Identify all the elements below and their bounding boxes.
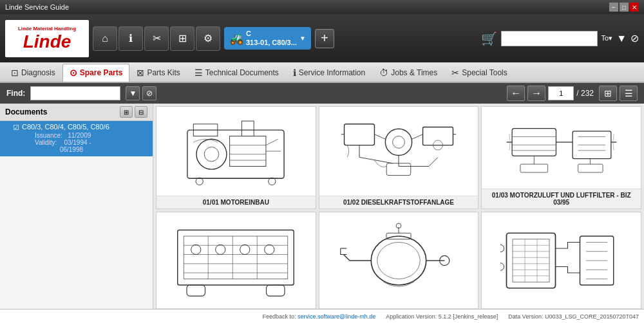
svg-point-10 (196, 178, 203, 185)
service-info-icon: ℹ (293, 68, 296, 78)
sidebar-item-name: C80/3, C80/4, C80/5, C80/6 (22, 123, 109, 131)
logo-top-text: Linde Material Handling (18, 26, 76, 32)
model-dropdown-icon: ▼ (299, 35, 306, 42)
svg-point-43 (216, 245, 225, 254)
page-total: / 232 (576, 89, 594, 98)
svg-rect-8 (242, 121, 254, 136)
find-clear-button[interactable]: ⊘ (142, 86, 156, 100)
home-button[interactable]: ⌂ (93, 26, 117, 51)
tab-parts-kits[interactable]: ⊠ Parts Kits (129, 64, 187, 82)
grid-item-0101[interactable]: 01/01 MOTOREINBAU (156, 106, 316, 209)
grid-item-image-0103 (482, 107, 641, 189)
svg-rect-17 (423, 127, 453, 145)
tab-jobs-times[interactable]: ⏱ Jobs & Times (372, 64, 444, 82)
tab-special-tools-label: Special Tools (462, 68, 507, 77)
app-header: Linde Material Handling Linde ⌂ ℹ ✂ ⊞ ⚙ … (0, 14, 644, 62)
svg-rect-55 (513, 239, 549, 282)
maximize-button[interactable]: □ (620, 3, 629, 12)
tab-technical-documents-label: Technical Documents (205, 68, 279, 77)
svg-point-11 (269, 178, 276, 185)
filter-icon[interactable]: ▼ (616, 33, 627, 44)
page-number-input[interactable] (548, 86, 574, 100)
find-filter-button[interactable]: ▼ (126, 86, 140, 100)
header-search-input[interactable] (501, 31, 598, 46)
app-version: Application Version: 5.1.2 [Jenkins_rele… (386, 313, 498, 320)
data-version: Data Version: U0033_LSG_CORE_20150720T04… (508, 313, 639, 320)
svg-point-16 (393, 136, 405, 149)
filter2-icon[interactable]: ⊘ (630, 32, 639, 44)
sidebar-expand-button[interactable]: ⊞ (120, 106, 133, 118)
sidebar-header: Documents ⊞ ⊟ (0, 104, 153, 121)
list-view-button[interactable]: ☰ (620, 86, 638, 101)
add-tab-button[interactable]: + (315, 29, 334, 48)
cart-icon[interactable]: 🛒 (481, 31, 497, 46)
spare-parts-icon: ⊙ (70, 68, 77, 78)
find-bar: Find: ▼ ⊘ ← → / 232 ⊞ ☰ (0, 83, 644, 104)
grid-view-button[interactable]: ⊞ (599, 86, 617, 101)
svg-point-15 (385, 129, 412, 155)
info-button[interactable]: ℹ (118, 26, 143, 51)
header-right: 🛒 To▾ ▼ ⊘ (481, 31, 639, 46)
feedback-label: Feedback to: service.software@linde-mh.d… (263, 313, 376, 320)
svg-point-3 (205, 147, 220, 162)
sidebar-item-details: Issuance: 11/2009 Validity: 03/1994 - 06… (35, 131, 109, 154)
svg-point-49 (377, 242, 421, 279)
grid-item-0102[interactable]: 01/02 DIESELKRAFTSTOFFANLAGE (319, 106, 479, 209)
svg-rect-54 (506, 233, 555, 288)
model-label: C (246, 30, 297, 38)
tools-button[interactable]: ✂ (144, 26, 169, 51)
svg-point-70 (500, 245, 504, 252)
tab-service-information[interactable]: ℹ Service Information (286, 64, 372, 82)
model-sublabel: 313-01, C80/3... (246, 39, 297, 47)
tab-jobs-times-label: Jobs & Times (391, 68, 437, 77)
find-input[interactable] (30, 86, 120, 100)
to-label[interactable]: To▾ (601, 34, 613, 42)
sidebar-collapse-button[interactable]: ⊟ (135, 106, 147, 118)
window-controls: − □ ✕ (609, 3, 639, 12)
svg-rect-29 (520, 164, 548, 172)
linde-logo: Linde (23, 33, 71, 51)
tab-spare-parts[interactable]: ⊙ Spare Parts (62, 64, 130, 82)
grid-button[interactable]: ⊞ (170, 26, 194, 51)
sidebar-item-c80[interactable]: ☑ C80/3, C80/4, C80/5, C80/6 Issuance: 1… (0, 121, 153, 156)
svg-point-48 (371, 236, 426, 285)
find-label: Find: (6, 89, 25, 98)
close-button[interactable]: ✕ (630, 3, 639, 12)
grid-item-label-0104 (156, 308, 316, 309)
grid-item-0106[interactable] (481, 212, 641, 309)
settings-button[interactable]: ⚙ (196, 26, 220, 51)
main-content: Documents ⊞ ⊟ ☑ C80/3, C80/4, C80/5, C80… (0, 104, 644, 309)
feedback-email[interactable]: service.software@linde-mh.de (298, 313, 375, 320)
validity-label: Validity: 03/1994 - (35, 139, 109, 146)
svg-line-12 (266, 139, 278, 145)
grid-item-label-0101: 01/01 MOTOREINBAU (156, 196, 316, 208)
tab-service-information-label: Service Information (299, 68, 365, 77)
view-toggle: ⊞ ☰ (599, 86, 638, 101)
find-icons: ▼ ⊘ (126, 86, 156, 100)
tab-technical-documents[interactable]: ☰ Technical Documents (187, 64, 286, 82)
grid-item-image-0104 (156, 212, 316, 308)
svg-rect-24 (512, 129, 556, 156)
grid-item-0103[interactable]: 01/03 MOTORZULUFT UND LUFTFILTER - BIZ 0… (481, 106, 641, 209)
svg-point-2 (196, 139, 227, 169)
grid-item-0104[interactable] (156, 212, 316, 309)
jobs-times-icon: ⏱ (379, 68, 388, 78)
grid-item-image-0106 (482, 212, 641, 308)
status-bar: Feedback to: service.software@linde-mh.d… (0, 309, 644, 323)
tab-diagnosis[interactable]: ⊡ Diagnosis (4, 64, 62, 82)
next-page-button[interactable]: → (527, 86, 545, 101)
tab-special-tools[interactable]: ✂ Special Tools (444, 64, 515, 82)
minimize-button[interactable]: − (609, 3, 618, 12)
validity-value: 06/1998 (35, 146, 109, 153)
prev-page-button[interactable]: ← (507, 86, 525, 101)
model-tab[interactable]: 🚜 C 313-01, C80/3... ▼ (224, 27, 311, 49)
svg-point-71 (500, 263, 504, 270)
title-bar: Linde Service Guide − □ ✕ (0, 0, 644, 14)
grid-item-0105[interactable] (319, 212, 479, 309)
sidebar-title: Documents (5, 107, 47, 116)
grid-item-label-0105 (319, 308, 478, 309)
diagnosis-icon: ⊡ (11, 68, 19, 78)
grid-item-image-0101 (156, 107, 316, 196)
parts-kits-icon: ⊠ (137, 68, 144, 78)
tab-spare-parts-label: Spare Parts (80, 68, 123, 77)
